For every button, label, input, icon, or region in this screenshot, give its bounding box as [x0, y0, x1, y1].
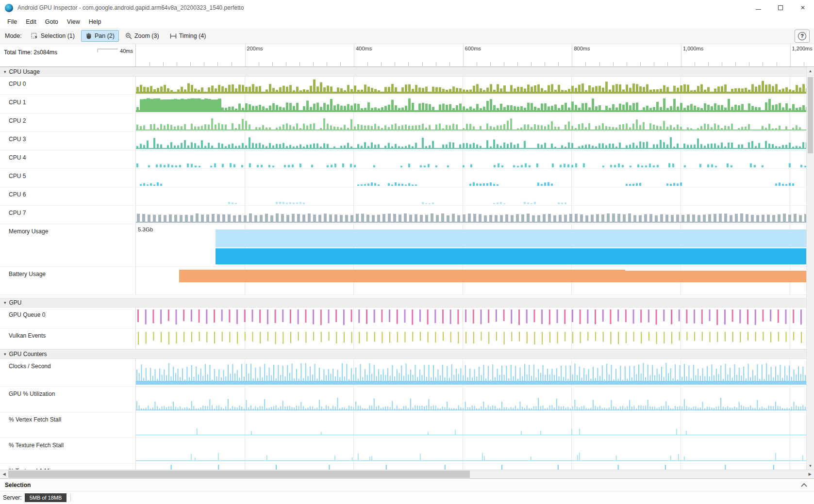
status-separator: [70, 494, 71, 502]
track-chart-gpu-queue-0[interactable]: [136, 308, 814, 328]
track-label: % Texture L1 Miss: [0, 464, 136, 470]
selection-panel-header[interactable]: Selection: [0, 478, 814, 491]
help-icon: ?: [798, 32, 806, 40]
track-canvas: [136, 328, 814, 349]
collapse-chevron-icon[interactable]: [801, 483, 807, 487]
track-canvas: [136, 308, 814, 328]
track-label: Clocks / Second: [0, 359, 136, 386]
track-chart-cpu-6[interactable]: [136, 187, 814, 205]
mode-button-label: Timing (4): [179, 33, 206, 39]
mode-button-label: Zoom (3): [134, 33, 159, 39]
scale-label: 40ms: [120, 48, 133, 54]
scale-bracket-icon: [97, 48, 118, 53]
selection-mode-button[interactable]: Selection (1): [27, 30, 79, 42]
track-canvas: [136, 438, 814, 463]
section-label: GPU Counters: [9, 351, 47, 358]
server-label: Server:: [3, 494, 22, 501]
track-chart-cpu-7[interactable]: [136, 206, 814, 224]
track-chart-vertex-fetch-stall[interactable]: [136, 412, 814, 438]
track-chart-cpu-2[interactable]: [136, 114, 814, 131]
track-chart-memory-usage[interactable]: 5.3Gb: [136, 224, 814, 266]
track-label: % Vertex Fetch Stall: [0, 412, 136, 438]
app-window: Android GPU Inspector - com.google.andro…: [0, 0, 814, 504]
status-bar: Server: 5MB of 18MB: [0, 491, 814, 504]
section-header-gpu-counters[interactable]: ▾GPU Counters: [0, 349, 814, 359]
track-label: CPU 1: [0, 95, 136, 113]
collapse-arrow-icon[interactable]: ▾: [4, 300, 6, 305]
track-row-cpu-7: CPU 7: [0, 206, 814, 224]
track-canvas: [136, 187, 814, 205]
window-controls: ✕: [747, 0, 814, 16]
track-chart-cpu-1[interactable]: [136, 95, 814, 113]
ruler-time-label: 400ms: [356, 46, 372, 51]
collapse-arrow-icon[interactable]: ▾: [4, 69, 6, 74]
track-chart-cpu-0[interactable]: [136, 77, 814, 95]
horizontal-scrollbar[interactable]: ◀ ▶: [0, 470, 814, 478]
vertical-scrollbar[interactable]: ▲ ▼: [806, 67, 814, 470]
ruler-time-axis[interactable]: 200ms400ms600ms800ms1,000ms1,200ms: [136, 44, 814, 66]
ruler-time-label: 600ms: [465, 46, 481, 51]
timeline-tracks[interactable]: ▲ ▼ ▾CPU UsageCPU 0CPU 1CPU 2CPU 3CPU 4C…: [0, 67, 814, 470]
track-row-gpu-utilization: GPU % Utilization: [0, 387, 814, 412]
zoom-icon: [125, 33, 132, 39]
track-canvas: [136, 114, 814, 131]
track-chart-cpu-4[interactable]: [136, 150, 814, 168]
track-canvas: [136, 95, 814, 113]
track-row-battery-usage: Battery Usage: [0, 267, 814, 295]
timing-icon: [170, 33, 177, 39]
selection-icon: [31, 33, 38, 39]
track-chart-cpu-3[interactable]: [136, 132, 814, 150]
track-label: CPU 4: [0, 150, 136, 168]
mode-button-label: Selection (1): [41, 33, 75, 39]
track-canvas: [136, 206, 814, 224]
scroll-down-arrow-icon[interactable]: ▼: [807, 462, 814, 470]
minimize-button[interactable]: [747, 0, 769, 16]
menu-view[interactable]: View: [63, 16, 84, 27]
menu-help[interactable]: Help: [84, 16, 106, 27]
scroll-left-arrow-icon[interactable]: ◀: [0, 470, 8, 478]
menu-goto[interactable]: Goto: [41, 16, 63, 27]
menu-edit[interactable]: Edit: [21, 16, 41, 27]
track-canvas: [136, 359, 814, 386]
track-chart-cpu-5[interactable]: [136, 169, 814, 187]
track-row-texture-l1-miss: % Texture L1 Miss: [0, 464, 814, 470]
mode-label: Mode:: [5, 33, 22, 39]
close-button[interactable]: ✕: [792, 0, 814, 16]
window-title: Android GPU Inspector - com.google.andro…: [17, 4, 244, 11]
track-chart-texture-fetch-stall[interactable]: [136, 438, 814, 463]
track-chart-gpu-utilization[interactable]: [136, 387, 814, 412]
memory-value-label: 5.3Gb: [138, 227, 153, 232]
hscroll-thumb[interactable]: [8, 471, 470, 478]
scroll-up-arrow-icon[interactable]: ▲: [807, 67, 814, 75]
timing-mode-button[interactable]: Timing (4): [166, 30, 211, 42]
track-canvas: [136, 412, 814, 438]
menu-file[interactable]: File: [3, 16, 21, 27]
track-row-clocks-second: Clocks / Second: [0, 359, 814, 387]
section-header-gpu[interactable]: ▾GPU: [0, 298, 814, 308]
help-button[interactable]: ?: [795, 30, 810, 43]
track-row-cpu-2: CPU 2: [0, 114, 814, 132]
track-row-cpu-0: CPU 0: [0, 77, 814, 95]
track-row-cpu-6: CPU 6: [0, 187, 814, 206]
track-chart-texture-l1-miss[interactable]: [136, 464, 814, 470]
server-memory-badge: 5MB of 18MB: [25, 493, 67, 502]
track-label: CPU 5: [0, 169, 136, 187]
pan-mode-button[interactable]: Pan (2): [81, 30, 119, 42]
track-chart-vulkan-events[interactable]: [136, 328, 814, 349]
ruler-time-label: 200ms: [247, 46, 263, 51]
zoom-mode-button[interactable]: Zoom (3): [121, 30, 164, 42]
track-label: CPU 0: [0, 77, 136, 95]
section-header-cpu-usage[interactable]: ▾CPU Usage: [0, 67, 814, 77]
track-row-gpu-queue-0: GPU Queue 0: [0, 308, 814, 328]
scroll-right-arrow-icon[interactable]: ▶: [806, 470, 814, 478]
track-label: CPU 2: [0, 114, 136, 131]
vscroll-thumb[interactable]: [808, 77, 813, 153]
track-chart-battery-usage[interactable]: [136, 267, 814, 294]
maximize-button[interactable]: [769, 0, 792, 16]
track-chart-clocks-second[interactable]: [136, 359, 814, 386]
track-canvas: [136, 132, 814, 150]
collapse-arrow-icon[interactable]: ▾: [4, 352, 6, 357]
track-canvas: [136, 169, 814, 187]
ruler-time-label: 1,000ms: [683, 46, 703, 51]
timeline-ruler[interactable]: Total Time: 2s084ms 40ms 200ms400ms600ms…: [0, 44, 814, 67]
